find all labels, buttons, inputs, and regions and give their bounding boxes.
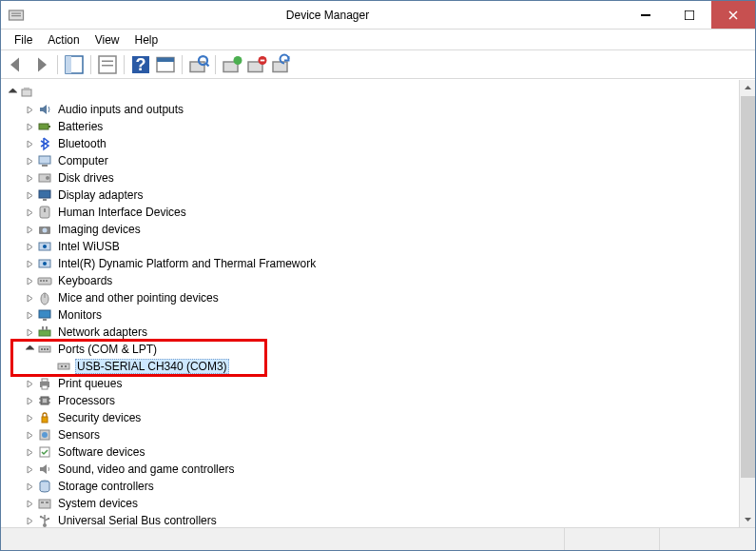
expand-icon[interactable] — [22, 119, 37, 134]
expand-icon[interactable] — [22, 325, 37, 340]
help-button[interactable]: ? — [129, 53, 152, 76]
expand-icon[interactable] — [22, 153, 37, 168]
menu-action[interactable]: Action — [40, 31, 87, 49]
mouse-icon — [37, 290, 52, 305]
toolbar-separator — [215, 55, 216, 74]
svg-rect-1 — [11, 12, 21, 13]
uninstall-device-button[interactable] — [245, 53, 268, 76]
scroll-thumb[interactable] — [741, 96, 755, 478]
window-controls — [624, 1, 755, 29]
tree-category[interactable]: Mice and other pointing devices — [3, 289, 739, 306]
expand-icon[interactable] — [22, 102, 37, 117]
minimize-button[interactable] — [624, 1, 668, 29]
audio-icon — [37, 102, 52, 117]
tree-category[interactable]: Security devices — [3, 409, 739, 426]
svg-point-34 — [43, 228, 48, 233]
update-driver-button[interactable] — [270, 53, 293, 76]
category-label: Disk drives — [56, 171, 116, 185]
collapse-icon[interactable] — [5, 85, 20, 100]
expand-icon[interactable] — [22, 290, 37, 305]
category-label: Processors — [56, 394, 117, 407]
expand-icon[interactable] — [22, 393, 37, 408]
tree-category[interactable]: Computer — [3, 152, 739, 169]
tree-category[interactable]: Software devices — [3, 443, 739, 461]
expand-icon[interactable] — [22, 410, 37, 425]
tree-category[interactable]: Sound, video and game controllers — [3, 461, 739, 478]
category-label: Audio inputs and outputs — [56, 103, 185, 116]
tree-category[interactable]: Universal Serial Bus controllers — [3, 512, 739, 527]
tree-category[interactable]: System devices — [3, 495, 739, 512]
action-button[interactable] — [154, 53, 177, 76]
tree-category[interactable]: Network adapters — [3, 324, 739, 341]
tree-category[interactable]: Processors — [3, 392, 739, 409]
scan-hardware-button[interactable] — [187, 53, 210, 76]
disk-icon — [37, 170, 52, 186]
device-tree[interactable]: Audio inputs and outputs Batteries Bluet… — [1, 80, 739, 527]
svg-rect-6 — [66, 56, 71, 73]
scroll-track[interactable] — [740, 96, 755, 511]
menu-file[interactable]: File — [7, 31, 40, 49]
enable-device-button[interactable] — [221, 53, 243, 76]
expand-icon[interactable] — [22, 205, 37, 220]
svg-text:?: ? — [136, 55, 146, 74]
expand-icon[interactable] — [22, 187, 37, 203]
expand-icon[interactable] — [22, 513, 37, 527]
tree-category[interactable]: Monitors — [3, 306, 739, 324]
expand-icon[interactable] — [22, 307, 37, 323]
tree-category[interactable]: Audio inputs and outputs — [3, 101, 739, 118]
expand-icon[interactable] — [22, 427, 37, 443]
collapse-icon[interactable] — [22, 342, 37, 357]
expand-icon[interactable] — [22, 222, 37, 237]
expand-icon[interactable] — [22, 239, 37, 254]
tree-category[interactable]: Imaging devices — [3, 221, 739, 238]
tree-category[interactable]: Display adapters — [3, 187, 739, 204]
back-button[interactable] — [5, 53, 28, 76]
svg-point-68 — [42, 432, 48, 438]
tree-category[interactable]: Keyboards — [3, 272, 739, 289]
expand-icon[interactable] — [22, 462, 37, 477]
maximize-button[interactable] — [668, 1, 711, 29]
tree-category[interactable]: Intel WiUSB — [3, 238, 739, 255]
category-label: Software devices — [56, 445, 146, 459]
tree-category[interactable]: Print queues — [3, 375, 739, 392]
toolbar-separator — [182, 55, 183, 74]
network-icon — [37, 325, 52, 340]
expand-icon[interactable] — [22, 273, 37, 288]
expand-icon[interactable] — [22, 496, 37, 511]
scroll-up-button[interactable] — [740, 80, 755, 96]
expand-icon[interactable] — [22, 376, 37, 391]
category-label: Monitors — [56, 308, 104, 322]
tree-category[interactable]: Intel(R) Dynamic Platform and Thermal Fr… — [3, 255, 739, 272]
vertical-scrollbar[interactable] — [739, 80, 755, 527]
show-hide-tree-button[interactable] — [63, 53, 86, 76]
expand-icon[interactable] — [22, 256, 37, 271]
svg-rect-49 — [46, 326, 48, 330]
tree-category[interactable]: Human Interface Devices — [3, 204, 739, 221]
category-label: Universal Serial Bus controllers — [56, 514, 219, 527]
tree-category[interactable]: Sensors — [3, 426, 739, 443]
tree-category[interactable]: Batteries — [3, 118, 739, 135]
tree-device[interactable]: USB-SERIAL CH340 (COM3) — [3, 358, 739, 375]
close-button[interactable] — [711, 1, 755, 29]
tree-category[interactable]: Storage controllers — [3, 478, 739, 495]
bluetooth-icon — [37, 136, 52, 151]
keyboard-icon — [37, 273, 52, 288]
monitor-icon — [37, 307, 52, 323]
expand-icon[interactable] — [22, 136, 37, 151]
expand-icon[interactable] — [22, 170, 37, 186]
menu-help[interactable]: Help — [127, 31, 166, 49]
menu-view[interactable]: View — [87, 31, 127, 49]
expand-icon[interactable] — [22, 479, 37, 494]
tree-category[interactable]: Disk drives — [3, 169, 739, 187]
tree-category[interactable]: Bluetooth — [3, 135, 739, 152]
forward-button[interactable] — [29, 53, 52, 76]
tree-category[interactable]: Ports (COM & LPT) — [3, 341, 739, 358]
scroll-down-button[interactable] — [740, 511, 755, 527]
hid-icon — [37, 205, 52, 220]
properties-button[interactable] — [96, 53, 119, 76]
status-pane — [565, 528, 660, 550]
category-label: Batteries — [56, 120, 105, 133]
expand-icon[interactable] — [22, 444, 37, 460]
tree-root[interactable] — [3, 84, 739, 101]
toolbar: ? — [1, 50, 755, 79]
